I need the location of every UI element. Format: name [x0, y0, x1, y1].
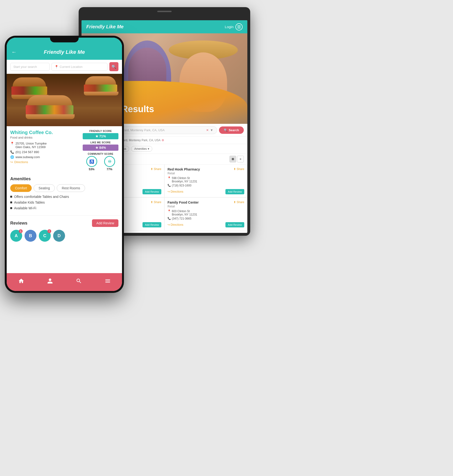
add-review-button-2[interactable]: Add Review	[142, 222, 161, 228]
phone-icon-1: 📞	[168, 184, 171, 187]
directions-icon-3: ↪	[168, 223, 170, 227]
phone-notch	[50, 36, 79, 42]
tab-amenities[interactable]: Amenities ▾	[131, 146, 152, 152]
wheelchair-icon: ♿	[86, 156, 97, 167]
amenities-title: Amenities	[10, 176, 118, 181]
review-avatar-2: C !	[39, 230, 51, 242]
amenity-tab-seating[interactable]: Seating	[34, 184, 55, 192]
back-button[interactable]: ←	[11, 49, 17, 55]
phone-search-button[interactable]: 🔍	[109, 62, 118, 71]
tablet-search-button[interactable]: 🔍 Search	[219, 126, 244, 134]
reviews-header: Reviews Add Review	[10, 219, 118, 227]
review-avatar-0: A 1	[10, 230, 22, 242]
grid-view-button[interactable]: ⊞	[229, 156, 236, 162]
add-review-button-0[interactable]: Add Review	[142, 189, 161, 194]
list-view-button[interactable]: ≡	[237, 156, 244, 162]
result-type-1: Retail	[168, 172, 200, 175]
like-me-score-value: ★ 84%	[83, 145, 118, 151]
business-type: Food and drinks	[10, 136, 80, 139]
chevron-down-icon: ▾	[148, 147, 149, 151]
share-button-1[interactable]: ⬆ Share	[234, 167, 244, 171]
location-icon-1: 📍	[168, 176, 171, 179]
community-score-circles: ♿ 53% ♾ 77%	[83, 156, 118, 171]
community-score-item-1: ♿ 53%	[86, 156, 97, 171]
result-name-3: Family Food Center	[168, 200, 199, 204]
location-pin-icon: 📍	[55, 65, 58, 69]
review-avatars: A 1 B C ! D	[10, 230, 118, 242]
friendly-score-box: FRIENDLY SCORE ★ 71%	[83, 130, 118, 139]
search-icon: 🔍	[112, 64, 116, 69]
nav-profile[interactable]	[45, 276, 55, 286]
bullet-1	[10, 201, 12, 203]
share-icon-2: ⬆	[151, 200, 153, 204]
like-me-score-box: LIKE ME SCORE ★ 84%	[83, 141, 118, 151]
amenity-item-2: Available Wi-Fi	[10, 206, 118, 210]
phone-business-info: Whiting Coffee Co. Food and drinks 📍 257…	[7, 126, 122, 173]
community-score-item-2: ♾ 77%	[104, 156, 115, 171]
tablet-login-button[interactable]: Login	[225, 23, 243, 30]
sandwich-3	[26, 95, 73, 121]
phone-icon: 📞	[10, 150, 14, 154]
bullet-0	[10, 196, 12, 198]
directions-button-1[interactable]: ↪ Directions	[168, 190, 183, 193]
sandwich-2	[84, 76, 117, 98]
friendly-score-value: ★ 71%	[83, 133, 118, 139]
view-toggle: ⊞ ≡	[229, 156, 244, 162]
dropdown-icon[interactable]: ▼	[210, 128, 213, 132]
review-avatar-1: B	[25, 230, 36, 242]
amenity-tab-restrooms[interactable]: Rest Rooms	[57, 184, 85, 192]
phone-screen: ← Friendly Like Me Start your search 📍 C…	[7, 38, 122, 291]
phone-app-title: Friendly Like Me	[44, 49, 85, 55]
review-avatar-3: D	[53, 230, 65, 242]
result-card-3: Family Food Center Retail ⬆ Share 📍 603 …	[164, 197, 247, 230]
directions-button-3[interactable]: ↪ Directions	[168, 223, 183, 227]
community-score-label: COMMUNITY SCORE	[83, 153, 118, 155]
phone-bottom-nav	[7, 273, 122, 291]
food-hero-image	[7, 74, 122, 126]
community-score-box: COMMUNITY SCORE ♿ 53% ♾ 77%	[83, 153, 118, 171]
globe-icon: 🌐	[10, 155, 14, 159]
amenity-tab-comfort[interactable]: Comfort	[10, 184, 32, 192]
phone-search-row: Start your search 📍 Current Location 🔍	[7, 60, 122, 74]
review-badge-2: !	[47, 229, 51, 233]
location-icon-3: 📍	[168, 210, 171, 213]
share-button-2[interactable]: ⬆ Share	[151, 200, 161, 204]
amenity-list: Offers comfortable Tables and Chairs Ava…	[10, 195, 118, 210]
directions-icon: ↪	[10, 160, 13, 164]
accessibility-icon: ♾	[104, 156, 115, 167]
share-icon-3: ⬆	[234, 200, 236, 204]
add-review-button-3[interactable]: Add Review	[226, 222, 244, 228]
share-button-3[interactable]: ⬆ Share	[234, 200, 244, 204]
phone-device: ← Friendly Like Me Start your search 📍 C…	[5, 36, 124, 293]
amenity-tabs: Comfort Seating Rest Rooms	[10, 184, 118, 192]
filter-edit-icon[interactable]: ⚙	[162, 138, 164, 142]
phone-header: ← Friendly Like Me	[7, 44, 122, 60]
bullet-2	[10, 207, 12, 209]
phone-location-input[interactable]: 📍 Current Location	[51, 63, 107, 71]
nav-menu[interactable]	[103, 276, 113, 286]
search-icon: 🔍	[224, 128, 227, 132]
result-name-1: Red Hook Pharmacy	[168, 167, 200, 171]
amenity-item-1: Availabe Kids Tables	[10, 200, 118, 204]
menu-icon	[235, 23, 243, 30]
add-review-button-1[interactable]: Add Review	[226, 189, 244, 194]
like-me-score-label: LIKE ME SCORE	[83, 141, 118, 144]
reviews-section: Reviews Add Review A 1 B C ! D	[7, 215, 122, 245]
share-icon-0: ⬆	[151, 167, 153, 171]
reviews-title: Reviews	[10, 221, 27, 226]
share-icon-1: ⬆	[234, 167, 236, 171]
clear-icon[interactable]: ✕	[206, 128, 209, 132]
address-icon: 📍	[10, 142, 14, 145]
tablet-header: Friendly Like Me Login	[82, 20, 247, 33]
add-review-button-phone[interactable]: Add Review	[92, 219, 118, 227]
nav-home[interactable]	[16, 276, 26, 286]
amenities-section: Amenities Comfort Seating Rest Rooms Off…	[7, 173, 122, 215]
phone-search-input[interactable]: Start your search	[10, 63, 50, 71]
business-scores: FRIENDLY SCORE ★ 71% LIKE ME SCORE ★ 84%…	[83, 130, 118, 173]
review-badge-0: 1	[19, 229, 23, 233]
result-type-3: Retail	[168, 205, 199, 208]
phone-icon-3: 📞	[168, 217, 171, 220]
friendly-score-label: FRIENDLY SCORE	[83, 130, 118, 132]
share-button-0[interactable]: ⬆ Share	[151, 167, 161, 171]
nav-search[interactable]	[74, 276, 84, 286]
